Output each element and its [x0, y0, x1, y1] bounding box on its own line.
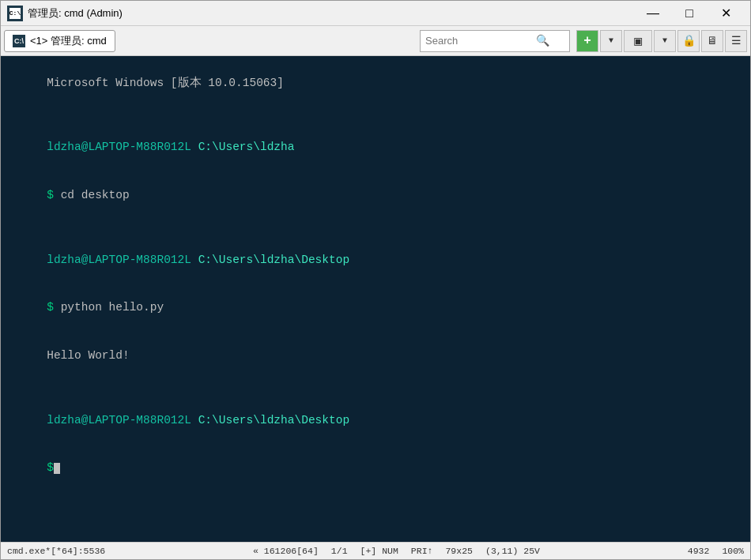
term-line-2: ldzha@LAPTOP-M88R012L C:\Users\ldzha: [6, 123, 745, 171]
title-bar: C:\ 管理员: cmd (Admin) — □ ✕: [1, 1, 750, 26]
minimize-button[interactable]: —: [635, 1, 671, 26]
terminal[interactable]: Microsoft Windows [版本 10.0.15063] ldzha@…: [1, 56, 750, 542]
toolbar-buttons: + ▼ ▣ ▼ 🔒 🖥 ☰: [576, 30, 747, 52]
tab-icon: C:\: [13, 35, 25, 47]
view-button[interactable]: ▣: [624, 30, 652, 52]
term-line-1: Microsoft Windows [版本 10.0.15063]: [6, 59, 745, 107]
app-icon: C:\: [7, 6, 23, 21]
status-pos1: « 161206[64]: [253, 546, 319, 556]
status-pos7: 4932: [688, 546, 710, 556]
tab-bar: C:\ <1> 管理员: cmd 🔍 + ▼ ▣ ▼ 🔒 🖥 ☰: [1, 26, 750, 56]
dropdown-arrow-button[interactable]: ▼: [600, 30, 622, 52]
status-pos4: PRI↑: [411, 546, 433, 556]
window-controls: — □ ✕: [635, 1, 744, 26]
term-line-6: $ python hello.py: [6, 284, 745, 332]
close-button[interactable]: ✕: [708, 1, 744, 26]
tab-1[interactable]: C:\ <1> 管理员: cmd: [4, 30, 115, 52]
dropdown-arrow2-button[interactable]: ▼: [654, 30, 676, 52]
status-center: « 161206[64] 1/1 [+] NUM PRI↑ 79x25 (3,1…: [105, 546, 688, 556]
search-box[interactable]: 🔍: [420, 30, 570, 52]
status-pos8: 100%: [722, 546, 744, 556]
cursor: [54, 463, 60, 474]
tab-label: <1> 管理员: cmd: [30, 34, 107, 48]
term-line-blank-3: [6, 380, 745, 396]
window: C:\ 管理员: cmd (Admin) — □ ✕ C:\ <1> 管理员: …: [0, 0, 751, 560]
menu-button[interactable]: ☰: [725, 30, 747, 52]
search-icon: 🔍: [536, 34, 549, 47]
term-line-blank-2: [6, 220, 745, 235]
term-line-10: $: [6, 444, 745, 492]
window-title: 管理员: cmd (Admin): [28, 6, 635, 21]
term-line-blank-1: [6, 107, 745, 123]
cmd-icon: C:\: [9, 9, 21, 17]
term-line-9: ldzha@LAPTOP-M88R012L C:\Users\ldzha\Des…: [6, 396, 745, 444]
status-pos3: [+] NUM: [360, 546, 398, 556]
maximize-button[interactable]: □: [671, 1, 708, 26]
term-line-5: ldzha@LAPTOP-M88R012L C:\Users\ldzha\Des…: [6, 235, 745, 284]
add-button[interactable]: +: [576, 30, 598, 52]
status-pos6: (3,11) 25V: [485, 546, 540, 556]
status-pos2: 1/1: [331, 546, 348, 556]
search-input[interactable]: [425, 35, 536, 47]
status-bar: cmd.exe*[*64]:5536 « 161206[64] 1/1 [+] …: [1, 542, 750, 559]
monitor-button[interactable]: 🖥: [701, 30, 723, 52]
lock-button[interactable]: 🔒: [677, 30, 700, 52]
status-process: cmd.exe*[*64]:5536: [7, 546, 105, 556]
term-line-3: $ cd desktop: [6, 171, 745, 220]
status-right: 4932 100%: [688, 546, 744, 556]
status-pos5: 79x25: [445, 546, 473, 556]
term-line-7: Hello World!: [6, 332, 745, 380]
